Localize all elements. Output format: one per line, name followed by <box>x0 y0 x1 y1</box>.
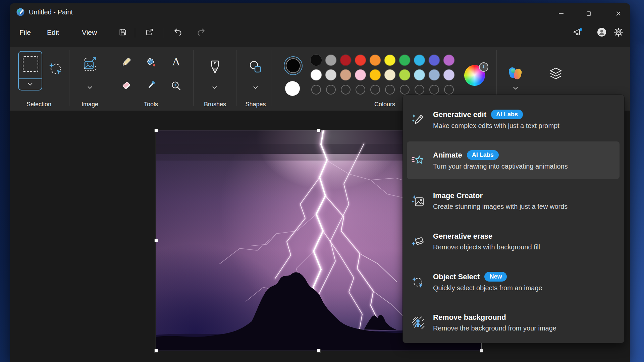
colour-swatch[interactable] <box>399 69 410 80</box>
new-badge: New <box>484 272 507 282</box>
image-tool-icon[interactable] <box>81 56 99 73</box>
menu-item-description: Quickly select objects from an image <box>433 284 542 292</box>
titlebar: Untitled - Paint <box>10 3 630 21</box>
ribbon-divider <box>193 50 194 106</box>
menu-item-image-creator[interactable]: Image Creator Create stunning images wit… <box>407 182 620 220</box>
empty-colour-slot[interactable] <box>429 85 439 95</box>
layers-icon[interactable] <box>548 66 564 81</box>
selection-handle-bottom-center[interactable] <box>317 349 321 353</box>
colour-swatch[interactable] <box>384 69 395 80</box>
object-select-tool-icon[interactable] <box>46 59 65 78</box>
account-icon[interactable] <box>594 25 609 39</box>
colour-swatch[interactable] <box>399 55 410 66</box>
separator <box>163 28 163 38</box>
menu-edit[interactable]: Edit <box>45 27 61 38</box>
group-label-image: Image <box>82 101 98 108</box>
selection-handle-top-left[interactable] <box>154 129 158 132</box>
menu-item-description: Make complex edits with just a text prom… <box>433 122 559 130</box>
selection-handle-top-center[interactable] <box>317 129 321 132</box>
menu-item-generative-erase[interactable]: Generative erase Remove objects with bac… <box>407 223 620 260</box>
group-label-colours: Colours <box>374 101 395 108</box>
add-colour-icon[interactable]: + <box>479 62 488 72</box>
group-label-selection: Selection <box>26 101 51 108</box>
colour-swatch[interactable] <box>429 55 440 66</box>
colour-swatch[interactable] <box>443 69 454 80</box>
colour-swatch[interactable] <box>370 55 381 66</box>
eyedropper-tool-icon[interactable] <box>145 79 157 92</box>
colour-swatch[interactable] <box>384 55 395 66</box>
colour-swatch[interactable] <box>370 69 381 80</box>
selection-handle-bottom-right[interactable] <box>480 349 483 353</box>
menu-item-description: Create stunning images with just a few w… <box>433 203 568 210</box>
empty-colour-slot[interactable] <box>311 85 321 95</box>
colour-1-selected[interactable] <box>284 56 303 75</box>
save-button[interactable] <box>115 25 130 39</box>
redo-button[interactable] <box>194 25 209 39</box>
empty-colour-slot[interactable] <box>385 85 395 95</box>
menu-item-remove-background[interactable]: Remove background Remove the background … <box>407 304 620 341</box>
colour-swatch[interactable] <box>414 55 425 66</box>
colour-swatch[interactable] <box>429 69 440 80</box>
desktop-wallpaper: Untitled - Paint File Edit View <box>0 0 644 362</box>
colour-swatch[interactable] <box>325 55 336 66</box>
selection-handle-bottom-left[interactable] <box>154 349 158 353</box>
minimize-button[interactable] <box>553 8 569 19</box>
colour-palette <box>311 55 454 95</box>
colour-swatch[interactable] <box>414 69 425 80</box>
ribbon-divider <box>271 50 271 106</box>
eraser-tool-icon[interactable] <box>120 79 132 92</box>
undo-button[interactable] <box>170 25 185 39</box>
fill-tool-icon[interactable] <box>145 56 157 68</box>
copilot-button[interactable] <box>506 63 525 81</box>
colour-swatch[interactable] <box>443 55 454 66</box>
separator <box>135 28 135 38</box>
colour-swatch[interactable] <box>311 55 322 66</box>
empty-colour-slot[interactable] <box>415 85 424 95</box>
menu-item-animate[interactable]: Animate AI Labs Turn your drawing into c… <box>407 141 620 179</box>
colour-swatch[interactable] <box>340 69 351 80</box>
colour-swatch[interactable] <box>340 55 351 66</box>
ribbon-divider <box>109 50 109 106</box>
maximize-button[interactable] <box>581 8 596 19</box>
menu-item-description: Turn your drawing into captivating anima… <box>433 163 568 170</box>
empty-colour-slot[interactable] <box>400 85 410 95</box>
colour-swatch[interactable] <box>311 69 322 80</box>
separator <box>107 28 107 38</box>
object-select-icon <box>410 275 426 289</box>
menu-item-object-select[interactable]: Object Select New Quickly select objects… <box>407 263 620 301</box>
selection-handle-mid-left[interactable] <box>154 239 158 242</box>
generative-edit-icon <box>410 113 426 127</box>
menu-view[interactable]: View <box>80 27 99 38</box>
magnifier-tool-icon[interactable] <box>170 80 182 92</box>
pencil-tool-icon[interactable] <box>120 56 132 68</box>
group-label-brushes: Brushes <box>204 101 226 108</box>
colour-swatch[interactable] <box>355 55 366 66</box>
text-tool-icon[interactable]: A <box>170 56 182 68</box>
close-button[interactable] <box>610 8 626 19</box>
settings-gear-icon[interactable] <box>611 25 626 39</box>
colour-swatch[interactable] <box>355 69 366 80</box>
remove-background-icon <box>410 315 426 329</box>
shapes-icon[interactable] <box>248 59 264 75</box>
menu-file[interactable]: File <box>17 27 33 38</box>
animate-icon <box>410 153 426 167</box>
feedback-megaphone-icon[interactable] <box>571 25 586 39</box>
empty-colour-slot[interactable] <box>356 85 365 95</box>
group-label-tools: Tools <box>144 101 158 108</box>
share-button[interactable] <box>142 25 157 39</box>
window-title: Untitled - Paint <box>29 8 73 16</box>
menu-item-description: Remove objects with background fill <box>433 243 540 251</box>
empty-colour-slot[interactable] <box>341 85 351 95</box>
empty-colour-slot[interactable] <box>326 85 336 95</box>
menu-item-generative-edit[interactable]: Generative edit AI Labs Make complex edi… <box>407 101 620 138</box>
menu-item-title: Object Select <box>433 273 480 281</box>
colour-swatch[interactable] <box>325 69 336 80</box>
menu-item-title: Remove background <box>433 313 506 322</box>
empty-colour-slot[interactable] <box>370 85 380 95</box>
brushes-icon[interactable] <box>208 59 222 75</box>
selection-tool-button[interactable] <box>18 51 42 90</box>
ai-labs-badge: AI Labs <box>491 110 523 119</box>
ribbon-divider <box>69 50 69 106</box>
empty-colour-slot[interactable] <box>444 85 454 95</box>
colour-2[interactable] <box>285 81 300 96</box>
